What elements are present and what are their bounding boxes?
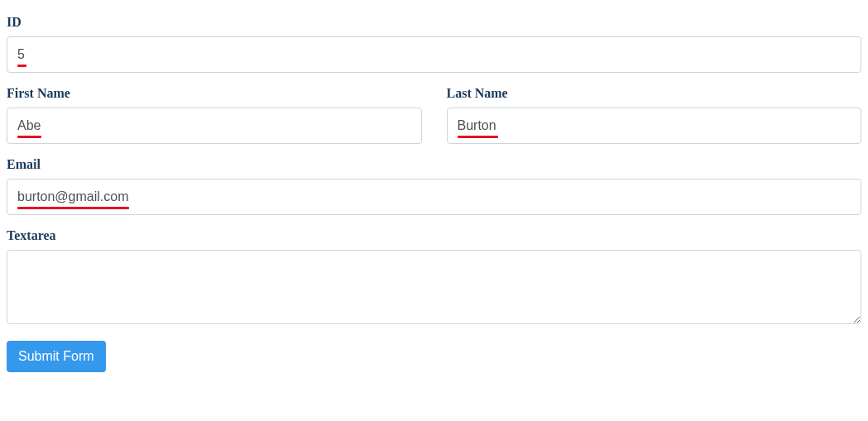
submit-button[interactable]: Submit Form bbox=[7, 341, 106, 372]
name-row: First Name Last Name bbox=[7, 86, 861, 157]
id-label: ID bbox=[7, 15, 861, 30]
first-name-input-wrap bbox=[7, 108, 422, 144]
last-name-field[interactable] bbox=[447, 108, 862, 144]
email-group: Email bbox=[7, 157, 861, 215]
spellcheck-underline bbox=[17, 65, 26, 67]
email-label: Email bbox=[7, 157, 861, 172]
first-name-label: First Name bbox=[7, 86, 422, 101]
spellcheck-underline bbox=[17, 207, 129, 209]
spellcheck-underline bbox=[17, 136, 41, 138]
textarea-field[interactable] bbox=[7, 250, 861, 324]
id-input-wrap bbox=[7, 36, 861, 73]
textarea-group: Textarea bbox=[7, 228, 861, 328]
first-name-field[interactable] bbox=[7, 108, 422, 144]
id-group: ID bbox=[7, 15, 861, 73]
user-form: ID First Name Last Name Email bbox=[7, 15, 861, 372]
last-name-input-wrap bbox=[447, 108, 862, 144]
spellcheck-underline bbox=[458, 136, 498, 138]
email-input-wrap bbox=[7, 179, 861, 215]
textarea-label: Textarea bbox=[7, 228, 861, 243]
last-name-group: Last Name bbox=[447, 86, 862, 144]
first-name-group: First Name bbox=[7, 86, 422, 144]
id-field[interactable] bbox=[7, 36, 861, 73]
email-field[interactable] bbox=[7, 179, 861, 215]
last-name-label: Last Name bbox=[447, 86, 862, 101]
